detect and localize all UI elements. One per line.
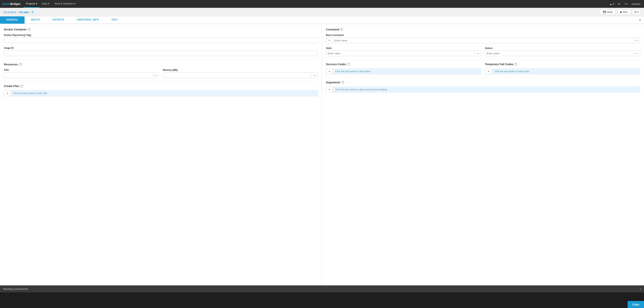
success-codes-help-icon[interactable]: ? [347,63,350,66]
tab-additional-info[interactable]: ADDITIONAL INFO [70,16,105,24]
help-icon[interactable]: ? ▾ [623,3,629,6]
resources-section-title: Resources ? [4,63,318,66]
memory-input[interactable]: 1000 [163,73,312,78]
temp-fail-codes-field: Temporary Fail Codes ? + Click the plus … [485,63,640,74]
tab-general[interactable]: GENERAL [0,16,24,24]
breadcrumb: my-project / my-app / 0 [3,11,33,14]
result-bar-label: Resulting command line [3,288,28,290]
stdin-field: Stdin </> [326,47,481,56]
stdin-input-row: </> [326,51,481,56]
brand-seven: Seven [2,2,10,6]
temp-fail-codes-add-button[interactable]: + [485,69,492,74]
left-panel: Docker Container ? Docker Repository[:Ta… [0,24,322,285]
docker-repo-field: Docker Repository[:Tag] [4,34,318,43]
brand-bridges: Bridges [10,2,20,6]
nav-data[interactable]: Data ▾ [40,0,52,8]
image-id-input[interactable] [4,50,318,56]
tab-outputs[interactable]: OUTPUTS [46,16,70,24]
base-command-field: Base Command + </> [326,34,640,43]
temp-fail-codes-help-icon[interactable]: ? [514,63,517,66]
arguments-hint: Click the plus button to add command lin… [333,87,640,92]
stdin-code-toggle[interactable]: </> [474,52,481,55]
gear-icon: ⚙ ▾ [634,11,639,14]
right-panel: Command ? Base Command + </> Stdin </> S… [322,24,644,285]
save-icon: 💾 [603,11,606,14]
base-command-label: Base Command [326,34,640,37]
docker-repo-label: Docker Repository[:Tag] [4,34,318,37]
breadcrumb-actions: 💾 Save ▶ Run ⚙ ▾ [600,9,641,15]
stdin-input[interactable] [326,51,474,56]
arguments-add-row: + Click the plus button to add command l… [326,87,640,92]
arguments-help-icon[interactable]: ? [341,81,344,84]
memory-input-row: 1000 </> [163,72,318,78]
memory-field: Memory (MB) 1000 </> [163,69,318,78]
settings-button[interactable]: ⚙ ▾ [632,9,641,15]
main-content: Docker Container ? Docker Repository[:Ta… [0,24,644,285]
stdout-field: Stdout </> [485,47,640,56]
cpu-code-toggle[interactable]: </> [152,73,159,77]
run-icon: ▶ [620,11,622,14]
mail-icon[interactable]: ✉ [617,3,622,6]
temp-fail-codes-title: Temporary Fail Codes ? [485,63,640,66]
docker-help-icon[interactable]: ? [28,28,30,31]
stdout-label: Stdout [485,47,640,50]
stdout-code-toggle[interactable]: </> [634,52,640,55]
cloud-upload-icon[interactable]: ☁ ▾ [608,3,615,6]
success-codes-hint: Click the plus button to add codes [333,69,481,74]
stdin-stdout-row: Stdin </> Stdout </> [326,47,640,56]
tabs-bar: GENERAL INPUTS OUTPUTS ADDITIONAL INFO T… [0,16,644,24]
cpu-input[interactable]: 1 [4,73,152,78]
breadcrumb-project[interactable]: my-project [3,11,16,14]
temp-fail-codes-hint: Click the plus button to add codes [492,69,640,74]
tab-inputs[interactable]: INPUTS [24,16,46,24]
image-id-label: Image ID [4,47,318,49]
success-codes-title: Success Codes ? [326,63,481,66]
cpu-input-row: 1 </> [4,72,159,78]
save-button[interactable]: 💾 Save [600,9,616,15]
breadcrumb-bar: my-project / my-app / 0 💾 Save ▶ Run ⚙ ▾ [0,8,644,16]
temp-fail-codes-add-row: + Click the plus button to add codes [485,69,640,74]
breadcrumb-sep1: / [17,11,18,14]
codes-row: Success Codes ? + Click the plus button … [326,63,640,74]
create-files-hint: Click the plus button to add a file [11,90,318,96]
create-files-section-title: Create Files ? [4,85,318,88]
image-id-field: Image ID [4,47,318,56]
tab-test[interactable]: TEST [105,16,124,24]
result-bar[interactable]: Resulting command line ▾ [0,285,644,292]
breadcrumb-version[interactable]: 0 [32,11,33,14]
base-command-input[interactable] [333,38,634,43]
copy-button[interactable]: Copy [628,301,644,308]
delete-button[interactable]: 🗑 [636,16,644,24]
create-files-add-button[interactable]: + [4,90,11,96]
base-command-add-button[interactable]: + [326,38,333,43]
base-command-row: + </> [326,38,640,43]
arguments-add-button[interactable]: + [326,87,333,92]
resources-help-icon[interactable]: ? [19,63,22,66]
arguments-section-title: Arguments ? [326,81,640,84]
nav-tools[interactable]: Tools & Pipelines ▾ [52,0,78,8]
docker-section-title: Docker Container ? [4,28,318,31]
breadcrumb-app[interactable]: my-app [19,11,29,14]
result-bar-chevron-icon: ▾ [640,288,641,290]
brand: SevenBridges [2,2,20,6]
docker-repo-input[interactable] [4,38,318,43]
stdin-label: Stdin [326,47,481,50]
cpu-field: CPU 1 </> [4,69,159,78]
nav-projects[interactable]: Projects ▾ [24,0,40,8]
resources-row: CPU 1 </> Memory (MB) 1000 </> [4,69,318,78]
success-codes-add-button[interactable]: + [326,69,333,74]
user-menu[interactable]: rfranklin [630,3,642,6]
create-files-add-row: + Click the plus button to add a file [4,90,318,96]
run-button[interactable]: ▶ Run [617,9,631,15]
command-help-icon[interactable]: ? [340,28,343,31]
stdout-input-row: </> [485,51,640,56]
memory-code-toggle[interactable]: </> [311,73,318,77]
create-files-help-icon[interactable]: ? [20,85,23,88]
cpu-label: CPU [4,69,159,71]
base-command-code-toggle[interactable]: </> [634,38,640,43]
stdout-input[interactable] [485,51,634,56]
success-codes-add-row: + Click the plus button to add codes [326,69,481,74]
trash-icon: 🗑 [639,19,641,22]
result-content [0,292,644,308]
top-nav: SevenBridges Projects ▾ Data ▾ Tools & P… [0,0,644,8]
